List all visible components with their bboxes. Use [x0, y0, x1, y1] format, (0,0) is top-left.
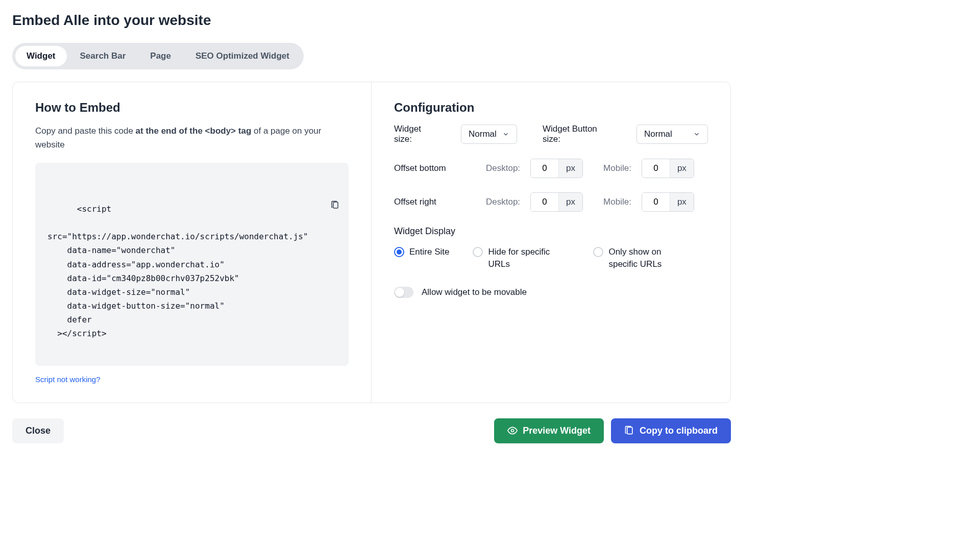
offset-bottom-mobile-input-wrap: px — [642, 159, 694, 178]
page-title: Embed Alle into your website — [12, 12, 731, 29]
radio-label: Hide for specific URLs — [488, 246, 570, 270]
main-panel: How to Embed Copy and paste this code at… — [12, 82, 731, 403]
svg-rect-2 — [627, 428, 632, 434]
offset-right-desktop-group: Desktop: px — [486, 192, 583, 212]
radio-icon — [473, 247, 483, 257]
embed-instructions: Copy and paste this code at the end of t… — [35, 124, 349, 152]
embed-instructions-pre: Copy and paste this code — [35, 126, 136, 136]
radio-icon — [394, 247, 404, 257]
chevron-down-icon — [693, 131, 700, 138]
radio-entire-site[interactable]: Entire Site — [394, 246, 449, 270]
configuration-heading: Configuration — [394, 101, 708, 115]
unit-px: px — [670, 159, 694, 178]
embed-instructions-bold: at the end of the <body> tag — [136, 126, 252, 136]
offset-bottom-desktop-input[interactable] — [531, 159, 558, 178]
tabs-container: Widget Search Bar Page SEO Optimized Wid… — [12, 43, 304, 69]
svg-point-1 — [511, 430, 514, 432]
script-not-working-link[interactable]: Script not working? — [35, 375, 101, 384]
row-offset-right: Offset right Desktop: px Mobile: px — [394, 192, 708, 212]
unit-px: px — [558, 159, 582, 178]
offset-right-mobile-input[interactable] — [642, 193, 670, 211]
movable-toggle[interactable] — [394, 287, 413, 298]
offset-right-mobile-label: Mobile: — [603, 197, 631, 207]
configuration-section: Configuration Widget size: Normal Widget… — [372, 82, 730, 403]
footer-right-buttons: Preview Widget Copy to clipboard — [494, 418, 731, 443]
tab-search-bar[interactable]: Search Bar — [69, 46, 137, 66]
preview-widget-label: Preview Widget — [523, 425, 591, 436]
row-widget-sizes: Widget size: Normal Widget Button size: … — [394, 124, 708, 144]
widget-size-value: Normal — [469, 129, 497, 139]
eye-icon — [507, 425, 518, 436]
offset-right-mobile-input-wrap: px — [642, 192, 694, 212]
copy-to-clipboard-button[interactable]: Copy to clipboard — [611, 418, 731, 443]
tab-page[interactable]: Page — [139, 46, 182, 66]
footer: Close Preview Widget Copy to clipboard — [12, 418, 731, 443]
tab-widget[interactable]: Widget — [15, 46, 67, 66]
widget-size-label: Widget size: — [394, 124, 440, 144]
radio-hide-urls[interactable]: Hide for specific URLs — [473, 246, 570, 270]
offset-right-desktop-input-wrap: px — [530, 192, 583, 212]
close-button[interactable]: Close — [12, 418, 64, 443]
how-to-embed-heading: How to Embed — [35, 101, 349, 115]
unit-px: px — [670, 193, 694, 211]
radio-label: Only show on specific URLs — [608, 246, 690, 270]
row-offset-bottom: Offset bottom Desktop: px Mobile: px — [394, 159, 708, 178]
chevron-down-icon — [502, 131, 509, 138]
radio-label: Entire Site — [409, 246, 449, 258]
offset-right-desktop-input[interactable] — [531, 193, 558, 211]
offset-right-desktop-label: Desktop: — [486, 197, 520, 207]
radio-show-urls[interactable]: Only show on specific URLs — [593, 246, 690, 270]
copy-to-clipboard-label: Copy to clipboard — [640, 425, 718, 436]
widget-button-size-value: Normal — [644, 129, 672, 139]
how-to-embed-section: How to Embed Copy and paste this code at… — [13, 82, 372, 403]
offset-bottom-label: Offset bottom — [394, 163, 465, 173]
widget-display-heading: Widget Display — [394, 226, 708, 237]
preview-widget-button[interactable]: Preview Widget — [494, 418, 604, 443]
unit-px: px — [558, 193, 582, 211]
widget-size-select[interactable]: Normal — [461, 124, 517, 144]
offset-bottom-mobile-group: Mobile: px — [603, 159, 694, 178]
embed-code-block: <script src="https://app.wonderchat.io/s… — [35, 163, 349, 365]
movable-toggle-label: Allow widget to be movable — [422, 287, 527, 297]
svg-rect-0 — [333, 202, 338, 208]
offset-right-mobile-group: Mobile: px — [603, 192, 694, 212]
radio-icon — [593, 247, 603, 257]
offset-bottom-desktop-input-wrap: px — [530, 159, 583, 178]
row-movable-toggle: Allow widget to be movable — [394, 287, 708, 298]
offset-bottom-desktop-label: Desktop: — [486, 163, 520, 173]
offset-bottom-mobile-label: Mobile: — [603, 163, 631, 173]
offset-right-label: Offset right — [394, 197, 465, 207]
widget-button-size-label: Widget Button size: — [543, 124, 616, 144]
offset-bottom-mobile-input[interactable] — [642, 159, 670, 178]
widget-display-radio-group: Entire Site Hide for specific URLs Only … — [394, 246, 708, 270]
embed-code-text: <script src="https://app.wonderchat.io/s… — [47, 204, 308, 339]
offset-bottom-desktop-group: Desktop: px — [486, 159, 583, 178]
clipboard-icon — [624, 425, 634, 436]
widget-button-size-select[interactable]: Normal — [636, 124, 708, 144]
tab-seo-optimized-widget[interactable]: SEO Optimized Widget — [184, 46, 301, 66]
clipboard-icon[interactable] — [330, 172, 339, 182]
